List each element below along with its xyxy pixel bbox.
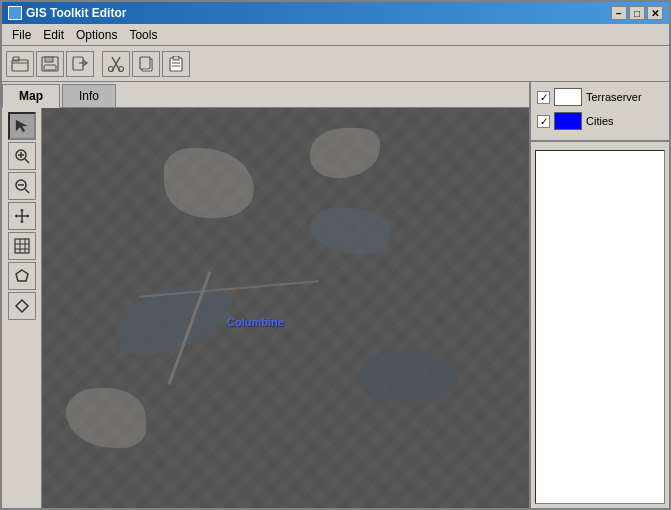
map-terrain bbox=[42, 108, 529, 508]
main-content: Map Info bbox=[2, 82, 669, 508]
left-tools bbox=[2, 108, 42, 508]
cities-swatch bbox=[554, 112, 582, 130]
title-bar: GIS Toolkit Editor − □ ✕ bbox=[2, 2, 669, 24]
select-tool[interactable] bbox=[8, 112, 36, 140]
menu-edit[interactable]: Edit bbox=[37, 26, 70, 44]
grid-tool[interactable] bbox=[8, 232, 36, 260]
map-area: Columbine bbox=[2, 108, 529, 508]
map-view[interactable]: Columbine bbox=[42, 108, 529, 508]
cities-label: Cities bbox=[586, 115, 614, 127]
maximize-button[interactable]: □ bbox=[629, 6, 645, 20]
open-button[interactable] bbox=[6, 51, 34, 77]
svg-rect-1 bbox=[13, 57, 19, 61]
menu-bar: File Edit Options Tools bbox=[2, 24, 669, 46]
terraserver-checkbox[interactable]: ✓ bbox=[537, 91, 550, 104]
title-bar-left: GIS Toolkit Editor bbox=[8, 6, 126, 20]
svg-marker-29 bbox=[16, 300, 28, 312]
svg-rect-4 bbox=[44, 65, 56, 70]
tab-bar: Map Info bbox=[2, 82, 529, 108]
menu-tools[interactable]: Tools bbox=[123, 26, 163, 44]
map-background: Columbine bbox=[42, 108, 529, 508]
svg-rect-11 bbox=[173, 56, 179, 60]
svg-rect-0 bbox=[12, 60, 28, 71]
svg-marker-28 bbox=[16, 270, 28, 281]
tab-info[interactable]: Info bbox=[62, 84, 116, 107]
app-icon bbox=[8, 6, 22, 20]
right-panel: ✓ Terraserver ✓ Cities bbox=[529, 82, 669, 508]
window-controls: − □ ✕ bbox=[611, 6, 663, 20]
cities-checkbox[interactable]: ✓ bbox=[537, 115, 550, 128]
copy-button[interactable] bbox=[132, 51, 160, 77]
zoom-in-tool[interactable] bbox=[8, 142, 36, 170]
terraserver-label: Terraserver bbox=[586, 91, 642, 103]
menu-options[interactable]: Options bbox=[70, 26, 123, 44]
pan-tool[interactable] bbox=[8, 202, 36, 230]
polygon-tool[interactable] bbox=[8, 262, 36, 290]
paste-button[interactable] bbox=[162, 51, 190, 77]
left-panel: Map Info bbox=[2, 82, 529, 508]
svg-rect-3 bbox=[45, 57, 53, 62]
save-button[interactable] bbox=[36, 51, 64, 77]
minimize-button[interactable]: − bbox=[611, 6, 627, 20]
draw-tool[interactable] bbox=[8, 292, 36, 320]
svg-line-15 bbox=[25, 159, 29, 163]
svg-rect-23 bbox=[15, 239, 29, 253]
layers-list: ✓ Terraserver ✓ Cities bbox=[531, 82, 669, 136]
list-item: ✓ Cities bbox=[535, 110, 665, 132]
list-item: ✓ Terraserver bbox=[535, 86, 665, 108]
tab-map[interactable]: Map bbox=[2, 84, 60, 108]
panel-divider bbox=[531, 140, 669, 142]
menu-file[interactable]: File bbox=[6, 26, 37, 44]
svg-line-19 bbox=[25, 189, 29, 193]
window-title: GIS Toolkit Editor bbox=[26, 6, 126, 20]
zoom-out-tool[interactable] bbox=[8, 172, 36, 200]
close-button[interactable]: ✕ bbox=[647, 6, 663, 20]
toolbar bbox=[2, 46, 669, 82]
main-window: GIS Toolkit Editor − □ ✕ File Edit Optio… bbox=[0, 0, 671, 510]
panel-bottom-area bbox=[535, 150, 665, 504]
import-button[interactable] bbox=[66, 51, 94, 77]
svg-rect-9 bbox=[140, 57, 150, 69]
cut-button[interactable] bbox=[102, 51, 130, 77]
terraserver-swatch bbox=[554, 88, 582, 106]
